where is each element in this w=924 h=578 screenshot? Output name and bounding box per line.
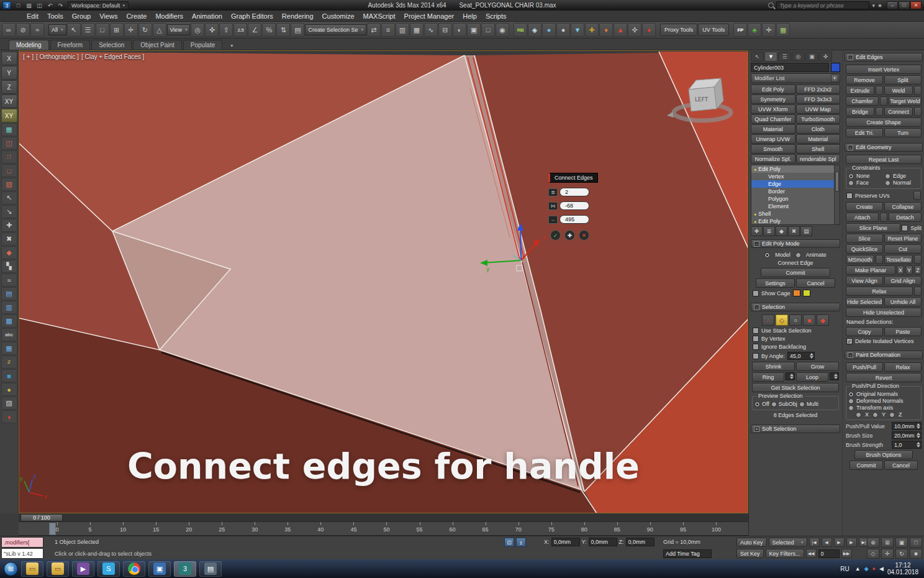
bind-to-space-warp-icon[interactable]: ≈ [30,23,44,37]
paint-relax-button[interactable]: Relax [884,362,922,372]
custom-tool-icon[interactable]: abc [1,328,17,341]
constraint-none-radio[interactable] [848,173,854,179]
rollout-header[interactable]: - Edit Poly Mode [751,239,840,248]
keyboard-override-icon[interactable]: ⇧ [219,23,233,37]
x-coord-field[interactable] [551,538,580,546]
custom-tool-icon[interactable]: ♦ [1,410,17,423]
weld-button[interactable]: Weld [884,86,913,95]
y-coord-field[interactable] [589,538,617,546]
slice-button[interactable]: Slice [846,234,883,243]
remove-button[interactable]: Remove [846,75,883,85]
hide-selected-button[interactable]: Hide Selected [846,297,883,306]
custom-tool-icon[interactable]: ▚ [1,260,17,273]
key-step-forward-button[interactable]: ▶▶ [841,549,852,558]
zoom-all-icon[interactable]: ⊞ [881,538,894,548]
ribbon-tab[interactable]: Freeform [50,40,91,50]
workspace-dropdown[interactable]: Workspace: Default ▾ [68,1,129,9]
extrude-button[interactable]: Extrude [846,86,874,95]
tray-antivirus-icon[interactable]: ● [872,566,876,572]
panel-tab-create-icon[interactable]: ↖ [751,52,764,62]
relax-settings-button[interactable] [914,287,922,296]
bridge-settings-button[interactable] [876,107,883,116]
remove-modifier-icon[interactable]: ✖ [788,226,800,236]
tessellate-button[interactable]: Tessellate [884,255,913,264]
msmooth-settings-button[interactable] [876,255,883,264]
custom-tool-icon[interactable]: □ [1,164,17,177]
cancel-operation-button[interactable]: Cancel [796,278,835,288]
percent-snap-icon[interactable]: % [262,23,276,37]
polygon-mode-icon[interactable]: ■ [803,314,815,326]
modifier-set-button[interactable]: UVW Map [796,104,841,114]
make-planar-x-button[interactable]: X [897,265,904,275]
schematic-view-icon[interactable]: ⊟ [438,23,452,37]
paint-commit-button[interactable]: Commit [849,461,883,470]
plugin-diamond-icon[interactable]: ◈ [528,23,541,37]
axis-y-radio[interactable] [872,412,878,418]
brush-strength-spinner[interactable]: 1,0 [892,441,922,449]
uv-tools-button[interactable]: UV Tools [698,24,729,36]
modifier-stack-row[interactable]: ● Shell [751,210,840,218]
menu-item[interactable]: Scripts [481,11,511,21]
get-stack-selection-button[interactable]: Get Stack Selection [752,383,839,392]
menu-item[interactable]: Views [95,11,122,21]
rollout-header[interactable]: + Soft Selection [751,424,840,433]
rollout-header[interactable]: - Edit Geometry [845,143,923,152]
next-frame-button[interactable]: ▶ [846,538,857,547]
plugin-teapot-icon[interactable]: ♦ [599,23,613,37]
modifier-stack-row[interactable]: ● Edit Poly [751,165,840,173]
custom-tool-icon[interactable]: ● [1,383,17,396]
revert-button[interactable]: Revert [846,373,922,382]
object-name-field[interactable] [751,63,829,72]
object-color-swatch[interactable] [831,63,840,72]
material-editor-icon[interactable]: ◐ [453,23,466,37]
select-and-manipulate-icon[interactable]: ✜ [205,23,219,37]
stack-scrollbar-thumb[interactable] [835,172,839,191]
hide-unselected-button[interactable]: Hide Unselected [846,308,922,317]
align-icon[interactable]: ≡ [381,23,395,37]
select-object-icon[interactable]: ↖ [67,23,81,37]
axis-constraint-button[interactable]: X [1,52,17,65]
modifier-stack-row[interactable]: Polygon [751,195,840,203]
viewport-menu-pov[interactable]: [ Orthographic ] [36,53,79,60]
custom-tool-icon[interactable]: ▦ [1,123,17,136]
show-cage-checkbox[interactable] [753,290,759,296]
constraint-face-radio[interactable] [848,180,854,186]
make-unique-icon[interactable]: ◆ [776,226,787,236]
modifier-set-button[interactable]: renderable Spl [796,154,841,163]
modifier-set-button[interactable]: Cloth [796,124,841,134]
custom-tool-icon[interactable]: ▦ [1,342,17,355]
detach-button[interactable]: Detach [889,213,922,222]
modifier-enabled-icon[interactable]: ● [754,167,756,172]
panel-tab-utilities-icon[interactable]: ✜ [819,52,832,62]
segments-value-field[interactable]: 2 [559,188,589,196]
taskbar-explorer-icon[interactable]: ▭ [47,561,69,577]
menu-item[interactable]: Project Manager [400,11,459,21]
make-planar-button[interactable]: Make Planar [846,265,895,275]
by-angle-spinner[interactable]: 45,0 [787,352,815,360]
edit-selection-sets-icon[interactable]: ▤ [291,23,304,37]
modifier-stack-row[interactable]: Vertex [751,173,840,180]
custom-tool-icon[interactable]: ≈ [1,273,17,287]
quickslice-button[interactable]: QuickSlice [846,244,883,254]
menu-item[interactable]: Rendering [278,11,318,21]
modifier-stack-row[interactable]: Edge [751,180,840,188]
select-and-scale-icon[interactable]: △ [153,23,166,37]
edge-mode-icon[interactable]: ◇ [776,314,788,326]
preview-multi-radio[interactable] [799,401,805,407]
plugin-rb-icon[interactable]: RB [514,23,527,37]
time-slider[interactable]: 0 / 100 [19,513,748,522]
maxscript-mini-listener-macro[interactable]: .modifiers[ [1,537,43,548]
taskbar-chrome-icon[interactable] [123,561,145,577]
absolute-mode-toggle-icon[interactable]: ± [516,538,526,547]
ribbon-config-icon[interactable]: ▾ [227,42,236,50]
view-align-button[interactable]: View Align [846,276,883,285]
menu-item[interactable]: Customize [318,11,359,21]
current-frame-field[interactable] [818,549,840,558]
plugin-pin-icon[interactable]: ● [642,23,656,37]
constraint-normal-radio[interactable] [885,180,890,186]
modifier-set-button[interactable]: Symmetry [751,94,795,104]
modifier-set-button[interactable]: Material [796,134,841,144]
modifier-set-button[interactable]: UVW Xform [751,104,795,114]
cage-color-swatch-1[interactable] [793,290,800,296]
unlink-selection-icon[interactable]: ⊘ [16,23,30,37]
